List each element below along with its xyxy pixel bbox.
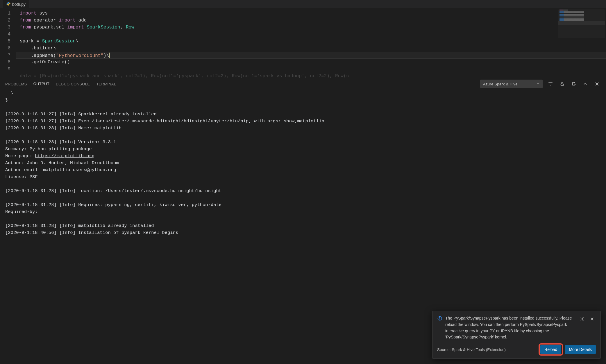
lock-icon[interactable] [558, 80, 566, 88]
tab-problems[interactable]: PROBLEMS [5, 79, 27, 89]
toast-source: Source: Spark & Hive Tools (Extension) [437, 347, 537, 352]
output-text: } } [2020-9-1:18:31:27] [Info] Sparkkern… [5, 90, 601, 236]
svg-point-7 [439, 317, 440, 318]
toast-message: The PySpark/SynapsePyspark has been inst… [445, 315, 574, 340]
tab-output[interactable]: OUTPUT [33, 79, 49, 89]
svg-point-8 [582, 318, 583, 320]
minimap[interactable] [558, 9, 605, 38]
python-icon [6, 2, 10, 7]
editor-tab[interactable]: both.py [3, 0, 29, 8]
editor[interactable]: 123456789 import sysfrom operator import… [0, 8, 606, 78]
chevron-up-icon[interactable] [582, 80, 589, 88]
minimap-viewport[interactable] [558, 21, 605, 25]
more-details-button[interactable]: More Details [565, 345, 596, 354]
close-icon[interactable] [588, 315, 596, 323]
output-channel-label: Azure Spark & Hive [483, 82, 518, 86]
code-area[interactable]: import sysfrom operator import addfrom p… [16, 8, 606, 78]
gutter: 123456789 [0, 8, 16, 78]
reload-button[interactable]: Reload [540, 345, 561, 354]
close-panel-icon[interactable] [593, 80, 601, 88]
notification-toast: The PySpark/SynapsePyspark has been inst… [432, 311, 601, 359]
output-channel-select[interactable]: Azure Spark & Hive [480, 80, 543, 88]
tab-title: both.py [12, 2, 26, 7]
filter-icon[interactable] [547, 80, 554, 88]
tab-bar: both.py [0, 0, 606, 8]
chevron-down-icon [536, 82, 540, 86]
tab-terminal[interactable]: TERMINAL [96, 79, 116, 89]
tab-debug-console[interactable]: DEBUG CONSOLE [56, 79, 90, 89]
gear-icon[interactable] [578, 315, 586, 323]
clear-output-icon[interactable] [570, 80, 578, 88]
info-icon [437, 316, 442, 322]
svg-rect-3 [561, 84, 563, 85]
